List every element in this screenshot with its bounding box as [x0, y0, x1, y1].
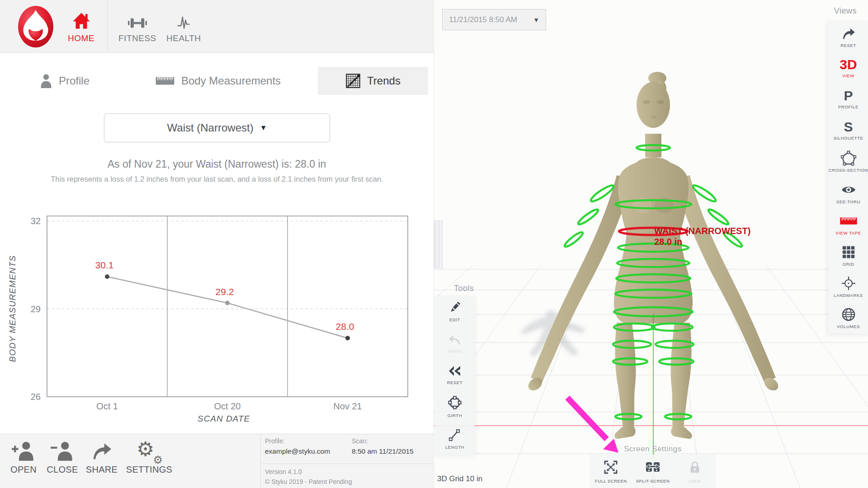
ruler-icon — [155, 75, 175, 86]
scan-date-dropdown[interactable]: 11/21/2015 8:50 AM ▼ — [442, 9, 546, 30]
share-button[interactable]: SHARE — [85, 438, 119, 475]
views-item-view-tape[interactable]: VIEW TAPE — [828, 208, 868, 239]
copyright-text: © Styku 2019 - Patent Pending — [265, 478, 352, 485]
views-item-landmarks[interactable]: LANDMARKS — [828, 271, 868, 302]
close-button[interactable]: CLOSE — [45, 438, 80, 475]
screen-settings-panel: FULL SCREEN SPLIT-SCREEN LOCK — [590, 455, 716, 488]
cross-section-pentagon-icon — [841, 150, 856, 166]
globe-icon — [841, 306, 856, 323]
views-item-silhouette[interactable]: S SILHOUETTE — [828, 115, 868, 146]
views-panel-title: Views — [834, 6, 857, 16]
chevron-down-icon: ▼ — [260, 124, 267, 132]
split-screen-icon — [645, 460, 661, 477]
tab-trends[interactable]: Trends — [318, 67, 428, 95]
summary-heading: As of Nov 21, your Waist (Narrowest) is:… — [0, 158, 434, 170]
scan-value: 8:50 am 11/21/2015 — [352, 447, 414, 455]
full-screen-button[interactable]: FULL SCREEN — [590, 460, 632, 483]
profile-glyph-icon: P — [844, 89, 853, 103]
left-panel: HOME FITNESS HEALTH Profile — [0, 0, 434, 488]
close-button-label: CLOSE — [47, 465, 78, 475]
measurement-select-value: Waist (Narrowest) — [167, 122, 254, 134]
x-axis-title: SCAN DATE — [198, 414, 250, 423]
svg-text:Oct 20: Oct 20 — [214, 401, 241, 411]
measuring-tape-icon — [840, 213, 858, 229]
nav-item-health[interactable]: HEALTH — [166, 6, 201, 43]
pen-icon — [448, 300, 462, 316]
tab-label-body-measurements: Body Measurements — [181, 75, 281, 87]
waist-annotation-name: WAIST (NARROWEST) — [654, 226, 750, 236]
nav-item-home[interactable]: HOME — [68, 6, 94, 43]
version-text: Version 4.1.0 — [265, 468, 302, 475]
styku-logo — [17, 5, 54, 48]
svg-text:28.0: 28.0 — [336, 321, 354, 332]
views-item-volumes[interactable]: VOLUMES — [828, 302, 868, 333]
tab-body-measurements[interactable]: Body Measurements — [155, 67, 281, 95]
svg-text:26: 26 — [31, 392, 41, 402]
svg-text:29: 29 — [31, 304, 41, 314]
views-item-grid[interactable]: GRID — [828, 239, 868, 271]
tools-panel: EDIT UNDO RESET GIRTH — [435, 296, 475, 455]
trend-chart-icon — [345, 73, 361, 89]
profile-value: example@styku.com — [265, 447, 330, 455]
3d-scene: WAIST (NARROWEST) 28.0 in — [434, 0, 868, 488]
nav-label-fitness: FITNESS — [118, 33, 156, 43]
grid-wall-strip — [434, 221, 443, 268]
dumbbell-icon — [128, 6, 147, 30]
silhouette-glyph-icon: S — [844, 120, 853, 134]
screen-settings-title: Screen Settings — [590, 445, 716, 454]
person-icon — [40, 74, 52, 88]
y-axis-title: BODY MEASUREMENTS — [8, 255, 17, 362]
grid-scale-label: 3D Grid 10 in — [437, 474, 482, 483]
split-screen-button[interactable]: SPLIT-SCREEN — [632, 460, 674, 483]
styku-app-window: HOME FITNESS HEALTH Profile — [0, 0, 868, 488]
lock-button[interactable]: LOCK — [674, 460, 716, 483]
pulse-icon — [175, 6, 193, 30]
open-button[interactable]: OPEN — [6, 438, 41, 475]
views-panel: RESET 3D VIEW P PROFILE S SILHOUETTE CRO… — [828, 21, 868, 333]
share-button-label: SHARE — [86, 465, 118, 475]
tools-panel-title: Tools — [454, 284, 474, 293]
settings-button-label: SETTINGS — [126, 465, 172, 475]
reset-view-icon — [841, 25, 856, 42]
open-button-label: OPEN — [10, 465, 37, 475]
eye-icon — [840, 182, 857, 198]
scan-date-value: 11/21/2015 8:50 AM — [449, 15, 517, 24]
svg-text:Nov 21: Nov 21 — [333, 401, 362, 411]
tools-item-undo[interactable]: UNDO — [435, 327, 475, 359]
info-divider — [260, 464, 434, 464]
nav-label-health: HEALTH — [166, 33, 201, 43]
viewer-panel[interactable]: WAIST (NARROWEST) 28.0 in 11/21/2015 8:5… — [434, 0, 868, 488]
full-screen-icon — [603, 460, 618, 477]
tools-item-reset[interactable]: RESET — [435, 359, 475, 391]
lock-icon — [688, 460, 702, 477]
tools-item-length[interactable]: LENGTH — [435, 423, 475, 455]
views-item-cross-section[interactable]: CROSS-SECTION — [828, 146, 868, 177]
undo-arrow-icon — [448, 333, 462, 347]
scan-label: Scan: — [352, 437, 368, 445]
nav-item-fitness[interactable]: FITNESS — [118, 6, 156, 43]
home-icon — [72, 6, 90, 30]
tab-profile[interactable]: Profile — [40, 67, 90, 95]
trend-chart: SCAN DATE BODY MEASUREMENTS 32292630.129… — [0, 199, 434, 434]
tools-item-girth[interactable]: GIRTH — [435, 391, 475, 422]
close-profile-icon — [51, 438, 74, 464]
tab-label-profile: Profile — [59, 75, 90, 87]
svg-text:29.2: 29.2 — [216, 286, 234, 297]
grid-icon — [841, 244, 856, 260]
svg-text:Oct 1: Oct 1 — [96, 401, 118, 411]
toolbar-divider — [260, 434, 261, 488]
measurement-select-dropdown[interactable]: Waist (Narrowest) ▼ — [104, 113, 330, 142]
share-arrow-icon — [91, 438, 113, 464]
views-item-see-thru[interactable]: SEE-THRU — [828, 177, 868, 208]
nav-label-home: HOME — [68, 33, 94, 43]
waist-annotation-value: 28.0 in — [654, 237, 682, 247]
length-line-icon — [448, 428, 462, 443]
views-item-3d-view[interactable]: 3D VIEW — [828, 52, 868, 83]
views-item-reset[interactable]: RESET — [828, 21, 868, 52]
views-item-profile[interactable]: P PROFILE — [828, 83, 868, 114]
top-nav: HOME FITNESS HEALTH — [0, 0, 434, 53]
settings-button[interactable]: ⚙⚙ SETTINGS — [127, 438, 171, 475]
open-profile-icon — [12, 438, 35, 464]
tools-item-edit[interactable]: EDIT — [435, 296, 475, 327]
trend-chart-plot: 32292630.129.228.0Oct 1Oct 20Nov 21 — [31, 216, 408, 411]
